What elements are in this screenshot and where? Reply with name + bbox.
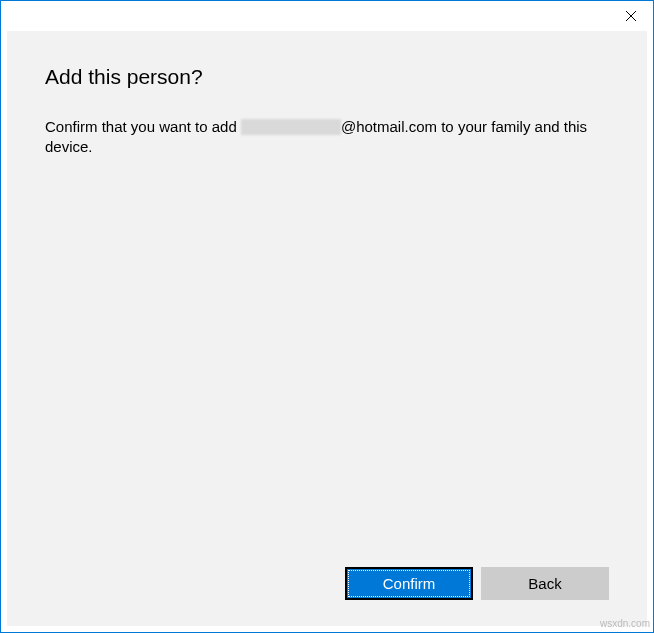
dialog-window: Add this person? Confirm that you want t…: [0, 0, 654, 633]
body-prefix: Confirm that you want to add: [45, 118, 241, 135]
close-button[interactable]: [608, 1, 653, 31]
dialog-heading: Add this person?: [45, 65, 609, 89]
email-domain: @hotmail.com: [341, 118, 437, 135]
dialog-content: Add this person? Confirm that you want t…: [7, 31, 647, 626]
confirm-button[interactable]: Confirm: [345, 567, 473, 600]
redacted-email-user: [241, 119, 341, 135]
spacer: [45, 158, 609, 568]
titlebar: [1, 1, 653, 31]
dialog-body: Confirm that you want to add @hotmail.co…: [45, 117, 609, 158]
back-button[interactable]: Back: [481, 567, 609, 600]
button-row: Confirm Back: [45, 567, 609, 606]
close-icon: [626, 11, 636, 21]
watermark: wsxdn.com: [600, 618, 650, 629]
